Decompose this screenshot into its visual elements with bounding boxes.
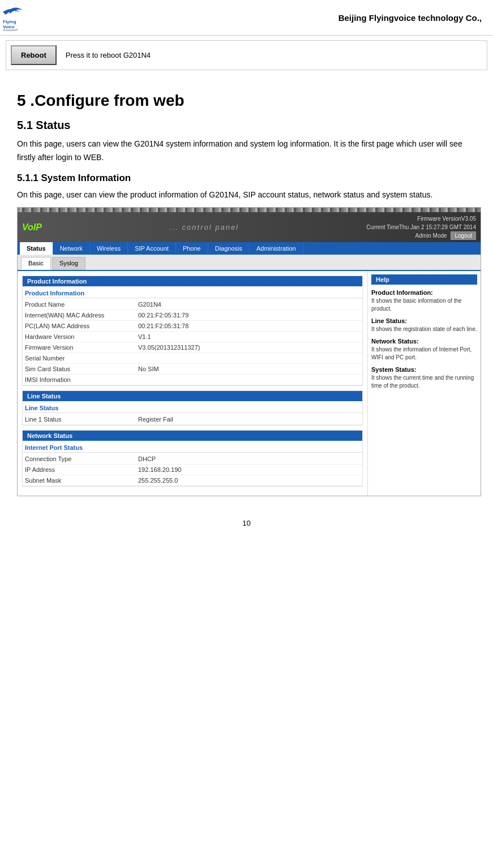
product-info-sub-header: Product Information (23, 287, 362, 298)
table-row: Internet(WAN) MAC Address 00:21:F2:05:31… (23, 310, 362, 321)
section-51-body: On this page, users can view the G201N4 … (17, 137, 476, 165)
nav-tab-phone[interactable]: Phone (176, 242, 208, 255)
product-info-group: Product Information Product Information … (22, 276, 363, 386)
label-fw-version: Firmware Version (25, 344, 138, 351)
sub-tab-syslog[interactable]: Syslog (52, 257, 85, 270)
svg-text:VoiceoverIP: VoiceoverIP (3, 28, 18, 32)
table-row: Serial Number (23, 353, 362, 364)
help-title-network-status: Network Status: (371, 338, 477, 345)
help-item-network-status: Network Status: It shows the information… (371, 338, 477, 362)
panel-voip-label: VoIP (22, 222, 42, 233)
label-ip-address: IP Address (25, 466, 138, 473)
help-header: Help (371, 274, 477, 285)
label-product-name: Product Name (25, 301, 138, 308)
sub-tabs: Basic Syslog (18, 255, 481, 271)
main-content: 5 .Configure from web 5.1 Status On this… (0, 75, 493, 508)
panel-body: Product Information Product Information … (18, 271, 481, 496)
chapter-5-title: 5 .Configure from web (17, 92, 476, 110)
table-row: IMSI Information (23, 375, 362, 385)
label-line1-status: Line 1 Status (25, 416, 138, 423)
panel-info-area: Firmware VersionV3.05 Current TimeThu Ja… (366, 214, 476, 240)
firmware-label: Firmware VersionV3.05 (366, 214, 476, 223)
network-status-header: Network Status (23, 431, 362, 441)
section-511-body: On this page, user can view the product … (17, 188, 476, 202)
company-name: Beijing Flyingvoice technology Co., (338, 13, 487, 23)
label-subnet-mask: Subnet Mask (25, 477, 138, 484)
value-lan-mac: 00:21:F2:05:31:78 (138, 323, 188, 329)
page-number: 10 (0, 508, 493, 533)
page-header: Flying Voice VoiceoverIP Beijing Flyingv… (0, 0, 493, 36)
admin-mode-area: Admin Mode Logout (366, 231, 476, 240)
value-connection-type: DHCP (138, 456, 156, 462)
nav-tab-diagnosis[interactable]: Diagnosis (208, 242, 250, 255)
line-status-header: Line Status (23, 391, 362, 401)
value-sim-status: No SIM (138, 366, 159, 372)
table-row: Connection Type DHCP (23, 454, 362, 465)
panel-topbar: VoIP ... control panel Firmware VersionV… (18, 212, 481, 242)
logout-button[interactable]: Logout (451, 231, 476, 240)
help-item-system-status: System Status: It shows the current time… (371, 366, 477, 390)
table-row: Line 1 Status Register Fail (23, 414, 362, 425)
table-row: IP Address 192.168.20.190 (23, 465, 362, 475)
label-serial-number: Serial Number (25, 355, 138, 362)
label-wan-mac: Internet(WAN) MAC Address (25, 312, 138, 319)
table-row: Subnet Mask 255.255.255.0 (23, 475, 362, 486)
help-text-line-status: It shows the registration state of each … (371, 325, 477, 333)
help-text-system-status: It shows the current time and the runnin… (371, 374, 477, 390)
help-text-network-status: It shows the information of Internet Por… (371, 346, 477, 362)
reboot-button[interactable]: Reboot (11, 45, 57, 65)
table-row: PC(LAN) MAC Address 00:21:F2:05:31:78 (23, 321, 362, 332)
help-item-line-status: Line Status: It shows the registration s… (371, 317, 477, 333)
line-status-group: Line Status Line Status Line 1 Status Re… (22, 390, 363, 426)
current-time-label: Current TimeThu Jan 2 15:27:29 GMT 2014 (366, 223, 476, 231)
help-item-product-info: Product Information: It shows the basic … (371, 289, 477, 313)
label-hw-version: Hardware Version (25, 333, 138, 340)
help-title-system-status: System Status: (371, 366, 477, 373)
network-status-sub-header: Internet Port Status (23, 442, 362, 453)
value-wan-mac: 00:21:F2:05:31:79 (138, 312, 188, 319)
panel-stripe-decoration (18, 208, 481, 212)
company-logo: Flying Voice VoiceoverIP (0, 3, 40, 32)
value-subnet-mask: 255.255.255.0 (138, 477, 178, 484)
value-hw-version: V1.1 (138, 333, 151, 340)
svg-text:Flying: Flying (3, 19, 16, 24)
help-title-product-info: Product Information: (371, 289, 477, 296)
label-imsi: IMSI Information (25, 376, 138, 383)
value-fw-version: V3.05(201312311327) (138, 344, 200, 351)
section-511-title: 5.1.1 System Information (17, 173, 476, 184)
table-row: Sim Card Status No SIM (23, 364, 362, 375)
label-connection-type: Connection Type (25, 456, 138, 462)
line-status-sub-header: Line Status (23, 402, 362, 413)
label-lan-mac: PC(LAN) MAC Address (25, 323, 138, 329)
nav-tab-administration[interactable]: Administration (250, 242, 303, 255)
nav-tab-wireless[interactable]: Wireless (90, 242, 128, 255)
help-panel: Help Product Information: It shows the b… (367, 271, 481, 496)
table-row: Firmware Version V3.05(201312311327) (23, 342, 362, 353)
reboot-description: Press it to reboot G201N4 (66, 51, 151, 59)
admin-mode-label: Admin Mode (415, 233, 447, 239)
reboot-section: Reboot Press it to reboot G201N4 (6, 40, 487, 70)
nav-tab-status[interactable]: Status (20, 242, 53, 255)
table-row: Hardware Version V1.1 (23, 332, 362, 342)
value-line1-status: Register Fail (138, 416, 173, 423)
value-ip-address: 192.168.20.190 (138, 466, 181, 473)
panel-main-area: Product Information Product Information … (18, 271, 367, 496)
logo-area: Flying Voice VoiceoverIP (0, 3, 40, 32)
network-status-group: Network Status Internet Port Status Conn… (22, 430, 363, 487)
nav-tab-network[interactable]: Network (53, 242, 90, 255)
nav-tab-sip-account[interactable]: SIP Account (128, 242, 176, 255)
help-title-line-status: Line Status: (371, 317, 477, 324)
table-row: Product Name G201N4 (23, 299, 362, 310)
section-51-title: 5.1 Status (17, 119, 476, 132)
nav-tabs: Status Network Wireless SIP Account Phon… (18, 242, 481, 255)
panel-control-label: ... control panel (169, 223, 239, 231)
sub-tab-basic[interactable]: Basic (21, 257, 51, 270)
label-sim-status: Sim Card Status (25, 366, 138, 372)
value-product-name: G201N4 (138, 301, 161, 308)
help-text-product-info: It shows the basic information of the pr… (371, 297, 477, 313)
product-info-header: Product Information (23, 276, 362, 286)
web-panel-screenshot: VoIP ... control panel Firmware VersionV… (17, 207, 481, 496)
